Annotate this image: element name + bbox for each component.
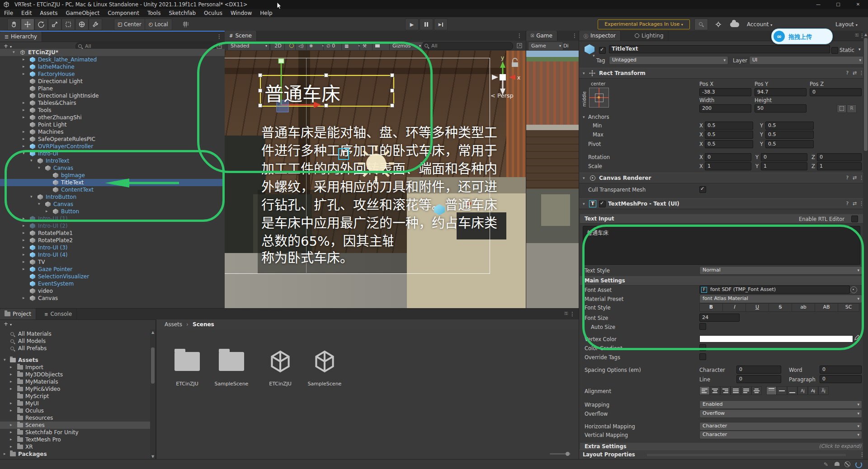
inspector-lock-icon[interactable]: ⚿ bbox=[855, 33, 859, 38]
tab-hierarchy[interactable]: ☰Hierarchy bbox=[0, 32, 42, 42]
hierarchy-item[interactable]: Gaze Pointer bbox=[0, 266, 225, 273]
eyedropper-icon[interactable] bbox=[854, 334, 860, 342]
hierarchy-item-scene[interactable]: ETCinZJU* bbox=[0, 49, 225, 56]
align-middle-button[interactable] bbox=[777, 386, 787, 395]
menu-help[interactable]: Help bbox=[256, 10, 276, 16]
play-button[interactable]: ▶ bbox=[405, 19, 419, 30]
scale-z-field[interactable]: 1 bbox=[817, 162, 862, 170]
hierarchy-item[interactable]: Intro-UI (1) bbox=[0, 215, 225, 222]
2d-toggle[interactable]: 2D bbox=[270, 42, 286, 51]
custom-tools-button[interactable] bbox=[89, 19, 102, 30]
presets-icon[interactable]: ⇄ bbox=[853, 201, 857, 206]
hand-tool-button[interactable] bbox=[7, 19, 21, 30]
foldout-icon[interactable] bbox=[23, 151, 25, 155]
pos-z-field[interactable]: 0 bbox=[810, 88, 862, 96]
wrapping-dropdown[interactable]: Enabled bbox=[699, 400, 862, 409]
hierarchy-item[interactable]: OVRPlayerController bbox=[0, 143, 225, 150]
foldout-icon[interactable] bbox=[23, 295, 25, 300]
style-bold-button[interactable]: B bbox=[699, 303, 723, 312]
foldout-icon[interactable] bbox=[10, 386, 12, 391]
tree-folder-scenes-selected[interactable]: Scenes bbox=[0, 422, 156, 429]
anchor-min-x-field[interactable]: 0.5 bbox=[705, 122, 753, 130]
auto-size-checkbox[interactable] bbox=[699, 323, 706, 330]
favorite-all-prefabs[interactable]: All Prefabs bbox=[0, 345, 156, 352]
foldout-icon[interactable] bbox=[23, 108, 25, 112]
rect-tool-button[interactable] bbox=[61, 19, 75, 30]
height-field[interactable]: 50 bbox=[755, 104, 807, 113]
spacing-line-field[interactable]: 0 bbox=[736, 375, 781, 383]
hierarchy-item[interactable]: FactoryHouse bbox=[0, 70, 225, 78]
scene-search-input[interactable]: All bbox=[422, 42, 513, 50]
spacing-paragraph-field[interactable]: 0 bbox=[820, 375, 862, 383]
style-uppercase-button[interactable]: AB bbox=[815, 303, 838, 312]
foldout-icon[interactable] bbox=[10, 365, 12, 369]
rotation-z-field[interactable]: 0 bbox=[817, 153, 862, 161]
cloud-button[interactable] bbox=[728, 19, 741, 30]
foldout-icon[interactable] bbox=[10, 422, 12, 427]
foldout-icon[interactable] bbox=[10, 444, 12, 449]
search-button[interactable] bbox=[694, 19, 708, 30]
rect-handle[interactable] bbox=[390, 89, 394, 93]
experimental-packages-dropdown[interactable]: Experimental Packages In Use ▾ bbox=[598, 19, 690, 29]
menu-component[interactable]: Component bbox=[104, 10, 143, 16]
scale-y-field[interactable]: 1 bbox=[761, 162, 807, 170]
pen-status-icon[interactable]: ✎ bbox=[824, 461, 828, 468]
tree-folder[interactable]: MyScript bbox=[0, 393, 156, 400]
text-style-dropdown[interactable]: Normal bbox=[699, 266, 862, 275]
pivot-y-field[interactable]: 0.5 bbox=[765, 140, 814, 148]
style-underline-button[interactable]: U bbox=[745, 303, 769, 312]
hierarchy-item[interactable]: RotatePlate1 bbox=[0, 230, 225, 237]
hierarchy-item[interactable]: Directional LightInside bbox=[0, 92, 225, 99]
hierarchy-item[interactable]: SafeOperateRulesPIC bbox=[0, 136, 225, 143]
style-italic-button[interactable]: I bbox=[722, 303, 746, 312]
style-lowercase-button[interactable]: ab bbox=[792, 303, 815, 312]
hierarchy-menu-icon[interactable]: ⋮ bbox=[217, 33, 222, 40]
hierarchy-item[interactable]: Canvas bbox=[0, 201, 225, 208]
thumbnail-size-slider[interactable] bbox=[550, 453, 571, 455]
static-checkbox[interactable] bbox=[831, 47, 838, 54]
hierarchy-item[interactable]: Plane bbox=[0, 85, 225, 92]
scene-viewport[interactable]: 普通车床 普通车床是能对轴、盘、环等多种类型工 件进行多种工序加工的卧式车床，常… bbox=[225, 51, 526, 308]
tree-folder[interactable]: MyMaterials bbox=[0, 378, 156, 385]
align-top-button[interactable] bbox=[766, 386, 777, 395]
hierarchy-item[interactable]: Canvas bbox=[0, 295, 225, 302]
foldout-icon[interactable] bbox=[23, 238, 25, 242]
tree-folder[interactable]: XR bbox=[0, 443, 156, 450]
align-right-button[interactable] bbox=[720, 386, 731, 395]
hierarchy-item[interactable]: video bbox=[0, 287, 225, 295]
progress-spinner-icon[interactable] bbox=[855, 461, 862, 468]
pos-y-field[interactable]: 94.7 bbox=[755, 88, 807, 96]
rect-handle[interactable] bbox=[258, 73, 262, 77]
directional-light-gizmo-icon[interactable] bbox=[357, 145, 395, 185]
menu-gameobject[interactable]: GameObject bbox=[61, 10, 104, 16]
create-object-button[interactable]: + ▾ bbox=[4, 43, 12, 49]
horizontal-mapping-dropdown[interactable]: Character bbox=[699, 422, 862, 431]
foldout-icon[interactable] bbox=[583, 71, 585, 75]
spacing-character-field[interactable]: 0 bbox=[736, 366, 781, 374]
anchor-max-x-field[interactable]: 0.5 bbox=[705, 131, 753, 139]
align-justify-button[interactable] bbox=[731, 386, 741, 395]
tab-inspector[interactable]: ⓘInspector bbox=[579, 31, 621, 41]
hierarchy-item[interactable]: IntroText bbox=[0, 157, 225, 164]
foldout-icon[interactable] bbox=[4, 451, 6, 456]
scale-x-field[interactable]: 1 bbox=[705, 162, 751, 170]
foldout-icon[interactable] bbox=[23, 57, 25, 61]
spacing-word-field[interactable]: 0 bbox=[820, 366, 862, 374]
hierarchy-item[interactable]: IntroButton bbox=[0, 193, 225, 201]
override-tags-checkbox[interactable] bbox=[699, 353, 706, 360]
color-gradient-checkbox[interactable] bbox=[699, 344, 706, 351]
hierarchy-item[interactable]: EventSystem bbox=[0, 280, 225, 287]
text-input-area[interactable]: 普通车床 bbox=[583, 226, 860, 265]
breadcrumb-current[interactable]: Scenes bbox=[193, 321, 214, 328]
game-display-dropdown[interactable]: Game▾ bbox=[528, 42, 563, 51]
foldout-icon[interactable] bbox=[4, 357, 6, 362]
canvas-renderer-header[interactable]: Canvas Renderer ? ⇄ ⋮ bbox=[579, 173, 868, 183]
raw-edit-button[interactable]: R bbox=[847, 104, 857, 113]
bell-icon[interactable] bbox=[835, 462, 840, 466]
foldout-icon[interactable] bbox=[23, 144, 25, 148]
object-name-field[interactable]: TitleText bbox=[609, 45, 830, 53]
foldout-icon[interactable] bbox=[10, 430, 12, 434]
pivot-x-field[interactable]: 0.5 bbox=[705, 140, 753, 148]
asset-grid[interactable]: ETCinZJU SampleScene ETCinZJU SampleScen… bbox=[156, 330, 579, 460]
pick-window-icon[interactable] bbox=[517, 43, 522, 48]
